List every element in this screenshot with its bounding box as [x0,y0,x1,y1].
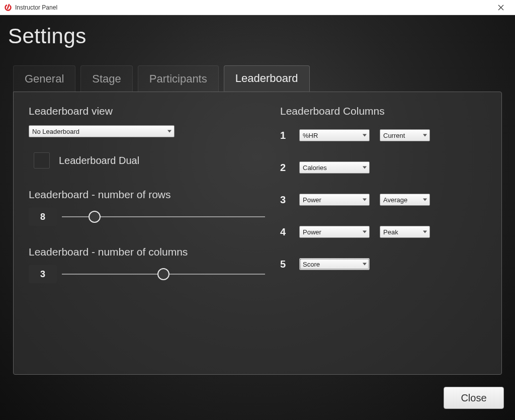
slider-thumb[interactable] [89,211,101,223]
column-number: 2 [280,162,289,174]
window-titlebar: Instructor Panel [0,0,515,15]
select-value: %HR [303,132,318,139]
column-row-4: 4 Power Peak [280,226,486,238]
tab-bar: General Stage Participants Leaderboard [13,65,310,92]
chevron-down-icon [363,199,367,201]
rows-slider-value: 8 [29,208,57,226]
tab-label: Stage [92,72,121,86]
column-number: 3 [280,194,289,206]
close-icon [498,5,504,11]
chevron-down-icon [363,166,367,169]
tab-panel-leaderboard: Leaderboard view No Leaderboard Leaderbo… [13,92,502,375]
tab-label: Participants [149,72,207,86]
leaderboard-view-select[interactable]: No Leaderboard [29,125,175,137]
app-icon [4,4,12,12]
client-area: Settings General Stage Participants Lead… [0,15,515,420]
chevron-down-icon [423,134,427,137]
chevron-down-icon [423,231,427,233]
cols-slider[interactable] [62,265,265,283]
column-agg-select[interactable]: Average [380,194,430,206]
chevron-down-icon [363,134,367,137]
tab-label: Leaderboard [235,72,298,85]
select-value: No Leaderboard [32,128,79,135]
page-title: Settings [8,24,87,48]
close-button-label: Close [461,392,486,404]
select-value: Power [303,228,321,236]
tab-participants[interactable]: Participants [138,65,219,92]
select-value: Calories [303,164,327,172]
column-row-2: 2 Calories [280,161,486,174]
rows-slider[interactable] [62,208,265,226]
select-value: Peak [383,228,398,236]
leaderboard-dual-row: Leaderboard Dual [29,152,265,169]
cols-slider-group: Leaderboard - number of columns 3 [29,246,265,283]
cols-slider-value: 3 [29,265,57,283]
tab-stage[interactable]: Stage [80,65,133,92]
column-agg-select[interactable]: Current [380,129,430,141]
column-agg-select[interactable]: Peak [380,226,430,238]
select-value: Power [303,196,321,204]
chevron-down-icon [363,263,367,266]
rows-slider-label: Leaderboard - number of rows [29,189,265,201]
select-value: Current [383,132,405,139]
panel-left-column: Leaderboard view No Leaderboard Leaderbo… [29,105,265,290]
chevron-down-icon [363,231,367,233]
column-row-3: 3 Power Average [280,194,486,206]
rows-slider-group: Leaderboard - number of rows 8 [29,189,265,226]
tab-label: General [25,72,64,86]
column-number: 1 [280,130,289,141]
window-close-button[interactable] [491,0,511,15]
close-button[interactable]: Close [444,387,504,409]
leaderboard-dual-label: Leaderboard Dual [59,155,139,166]
cols-slider-label: Leaderboard - number of columns [29,246,265,258]
column-metric-select[interactable]: Power [299,194,370,206]
select-value: Score [303,261,320,268]
chevron-down-icon [423,199,427,201]
select-value: Average [383,196,407,204]
column-metric-select[interactable]: Power [299,226,370,238]
panel-right-column: Leaderboard Columns 1 %HR Current 2 [280,105,486,290]
slider-thumb[interactable] [157,268,169,280]
column-metric-select[interactable]: %HR [299,129,370,141]
leaderboard-dual-checkbox[interactable] [34,152,50,169]
window-title: Instructor Panel [15,4,57,11]
column-metric-select[interactable]: Calories [299,161,370,174]
tab-general[interactable]: General [13,65,75,92]
column-number: 5 [280,259,289,270]
tab-leaderboard[interactable]: Leaderboard [224,65,310,92]
column-metric-select[interactable]: Score [299,258,370,270]
leaderboard-view-label: Leaderboard view [29,105,265,117]
leaderboard-columns-header: Leaderboard Columns [280,105,486,117]
column-number: 4 [280,226,289,238]
column-row-1: 1 %HR Current [280,129,486,141]
column-row-5: 5 Score [280,258,486,270]
chevron-down-icon [167,130,171,133]
